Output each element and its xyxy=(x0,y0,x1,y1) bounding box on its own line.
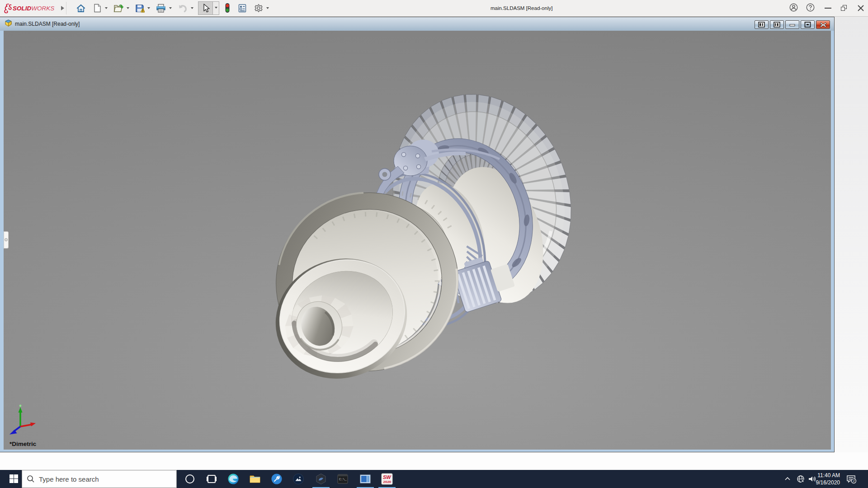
svg-text:2020: 2020 xyxy=(383,480,392,484)
svg-text:2: 2 xyxy=(853,479,854,483)
svg-text:SW: SW xyxy=(383,474,392,480)
svg-text:C:\_: C:\_ xyxy=(339,478,347,481)
